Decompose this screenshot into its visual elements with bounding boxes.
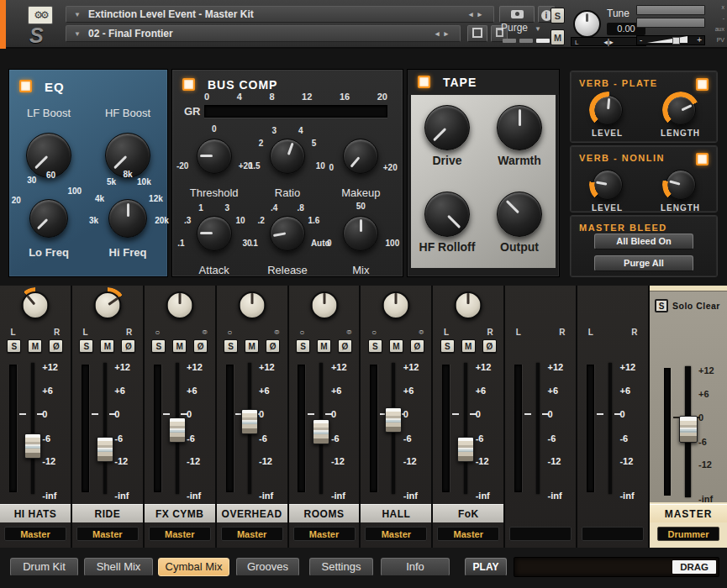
verb-plate-length-knob[interactable]	[666, 95, 696, 125]
hi-freq-knob[interactable]	[108, 199, 147, 238]
fader-handle[interactable]	[385, 407, 402, 433]
fader-track[interactable]	[536, 363, 540, 494]
fader-handle[interactable]	[241, 409, 258, 434]
hf-rolloff-knob[interactable]	[424, 192, 470, 237]
purge-dropdown[interactable]: Purge▼	[501, 22, 553, 37]
play-button[interactable]: PLAY	[465, 558, 507, 576]
width-knob[interactable]	[238, 291, 266, 319]
mute-button[interactable]: M	[551, 29, 565, 45]
tape-enable-checkbox[interactable]	[418, 76, 430, 88]
ratio-knob[interactable]	[270, 139, 305, 174]
solo-button[interactable]: S	[151, 339, 166, 353]
solo-button[interactable]: S	[7, 339, 21, 353]
fader-handle[interactable]	[169, 417, 186, 443]
pan-slider[interactable]: L ◂|▸ R	[571, 37, 646, 46]
tab-shell-mix[interactable]: Shell Mix	[84, 558, 153, 576]
verb-nonlin-level-knob[interactable]	[593, 170, 623, 200]
threshold-knob[interactable]	[197, 139, 232, 174]
warmth-knob[interactable]	[497, 105, 542, 150]
tab-info[interactable]: Info	[381, 558, 450, 576]
makeup-knob[interactable]	[343, 139, 378, 174]
pan-knob[interactable]	[21, 291, 49, 319]
phase-button[interactable]: Ø	[410, 339, 424, 353]
snapshot-row[interactable]: ▼ 02 - Final Frontier ◂▸	[66, 25, 461, 42]
tab-settings[interactable]: Settings	[309, 558, 373, 576]
fader-track[interactable]	[608, 363, 612, 494]
mute-button[interactable]: M	[172, 339, 187, 353]
snapshot-view-button[interactable]	[499, 6, 535, 23]
tab-cymbal-mix[interactable]: Cymbal Mix	[158, 558, 229, 576]
fader-track[interactable]	[31, 363, 34, 494]
volume-handle[interactable]	[672, 37, 680, 45]
save-snapshot-button[interactable]	[467, 25, 487, 42]
phase-button[interactable]: Ø	[338, 339, 352, 353]
channel-route-button[interactable]: Master	[76, 527, 139, 541]
channel-route-button[interactable]: Master	[4, 527, 66, 541]
fader-handle[interactable]	[97, 437, 113, 462]
solo-button[interactable]: S	[224, 339, 238, 353]
fader-handle[interactable]	[457, 437, 474, 462]
pan-knob[interactable]	[93, 291, 121, 319]
tab-grooves[interactable]: Grooves	[236, 558, 299, 576]
verb-plate-level-knob[interactable]	[593, 95, 623, 125]
master-route-button[interactable]: Drummer	[657, 527, 719, 541]
volume-minus[interactable]: -	[640, 35, 642, 45]
solo-button[interactable]: S	[296, 339, 310, 353]
channel-route-button[interactable]: Master	[437, 527, 499, 541]
volume-slider[interactable]: - +	[636, 35, 705, 45]
fader-handle[interactable]	[313, 419, 329, 444]
instrument-title-row[interactable]: ▼ Extinction Level Event - Master Kit ◂▸	[66, 6, 494, 23]
mute-button[interactable]: M	[461, 339, 476, 353]
phase-button[interactable]: Ø	[193, 339, 208, 353]
phase-button[interactable]: Ø	[49, 339, 63, 353]
drive-knob[interactable]	[424, 105, 470, 150]
solo-button[interactable]: S	[79, 339, 93, 353]
width-knob[interactable]	[310, 291, 338, 319]
mute-button[interactable]: M	[389, 339, 403, 353]
channel-route-button[interactable]: Master	[149, 527, 211, 541]
phase-button[interactable]: Ø	[266, 339, 280, 353]
solo-clear-label[interactable]: Solo Clear	[672, 301, 720, 311]
output-knob[interactable]	[497, 192, 542, 237]
fader-track[interactable]	[103, 363, 107, 494]
master-solo-button[interactable]: S	[655, 299, 668, 312]
mute-button[interactable]: M	[100, 339, 114, 353]
prev-next-arrows[interactable]: ◂▸	[435, 26, 453, 41]
attack-knob[interactable]	[197, 216, 232, 251]
channel-route-button[interactable]	[509, 527, 572, 541]
eq-enable-checkbox[interactable]	[19, 80, 32, 92]
phase-button[interactable]: Ø	[482, 339, 497, 353]
channel-route-button[interactable]: Master	[221, 527, 283, 541]
mix-knob[interactable]	[343, 216, 378, 251]
master-fader-handle[interactable]	[679, 416, 698, 443]
width-knob[interactable]	[382, 291, 410, 319]
gear-icon[interactable]: ⚙⚙	[28, 6, 53, 24]
solo-button[interactable]: S	[440, 339, 455, 353]
mute-button[interactable]: M	[245, 339, 259, 353]
prev-next-arrows[interactable]: ◂▸	[469, 7, 487, 22]
tune-knob[interactable]	[573, 10, 601, 38]
chevron-down-icon[interactable]: ▼	[74, 8, 81, 23]
verb-nonlin-length-knob[interactable]	[666, 170, 696, 200]
phase-button[interactable]: Ø	[121, 339, 135, 353]
mute-button[interactable]: M	[317, 339, 331, 353]
drag-chip[interactable]: DRAG	[672, 560, 716, 574]
drag-export-bar[interactable]: DRAG	[514, 557, 719, 577]
channel-route-button[interactable]: Master	[365, 527, 427, 541]
fader-handle[interactable]	[24, 433, 41, 459]
release-knob[interactable]	[270, 216, 305, 251]
purge-all-button[interactable]: Purge All	[594, 255, 693, 271]
mute-button[interactable]: M	[28, 339, 42, 353]
tab-drum-kit[interactable]: Drum Kit	[10, 558, 78, 576]
lo-freq-knob[interactable]	[29, 199, 68, 238]
channel-route-button[interactable]	[582, 527, 644, 541]
chevron-down-icon[interactable]: ▼	[74, 27, 81, 42]
fader-track[interactable]	[464, 363, 467, 494]
bus-comp-enable-checkbox[interactable]	[182, 78, 195, 91]
verb-nonlin-enable-checkbox[interactable]	[696, 153, 709, 165]
pan-knob[interactable]	[455, 291, 482, 319]
volume-plus[interactable]: +	[697, 35, 702, 45]
solo-button[interactable]: S	[368, 339, 382, 353]
all-bleed-on-button[interactable]: All Bleed On	[594, 234, 693, 249]
width-knob[interactable]	[166, 291, 193, 319]
